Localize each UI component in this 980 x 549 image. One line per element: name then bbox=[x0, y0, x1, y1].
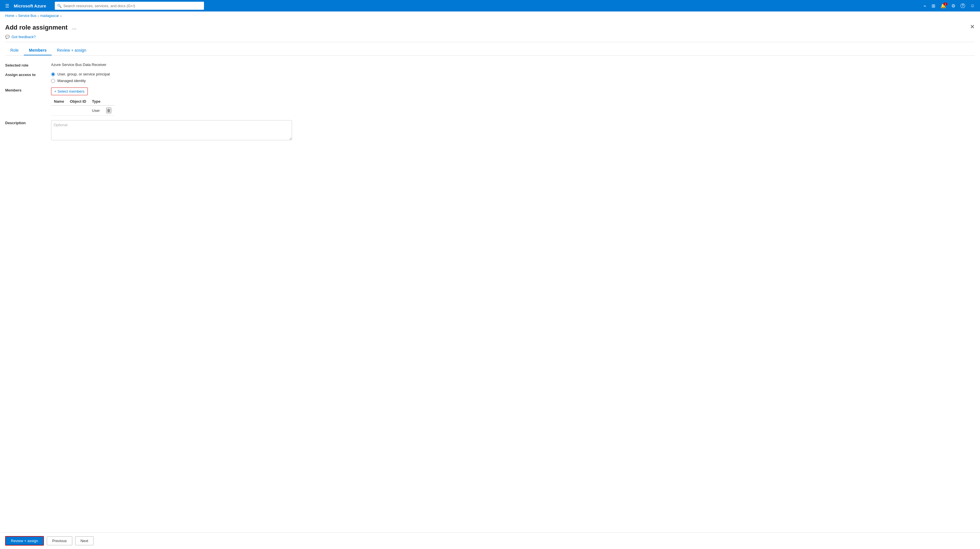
radio-group: User, group, or service principal Manage… bbox=[51, 72, 110, 83]
members-label: Members bbox=[5, 88, 51, 92]
page-title-menu-icon[interactable]: ... bbox=[71, 24, 78, 31]
breadcrumb-home[interactable]: Home bbox=[5, 14, 14, 18]
delete-row-button[interactable]: 🗑 bbox=[106, 108, 111, 113]
selected-role-row: Selected role Azure Service Bus Data Rec… bbox=[5, 62, 975, 67]
form-section: Selected role Azure Service Bus Data Rec… bbox=[5, 62, 975, 140]
search-input[interactable] bbox=[55, 2, 204, 10]
plus-icon: + bbox=[54, 89, 57, 94]
breadcrumb-sep-2 bbox=[38, 13, 39, 18]
topbar: Microsoft Azure 🔍 ⌁ ⊞ 🔔 1 ⚙ ? ☺ bbox=[0, 0, 980, 11]
notifications-button[interactable]: 🔔 1 bbox=[939, 2, 948, 10]
table-row: User 🗑 bbox=[51, 105, 114, 116]
tab-role[interactable]: Role bbox=[5, 46, 24, 56]
radio-usp-label: User, group, or service principal bbox=[57, 72, 110, 76]
members-table-header-row: Name Object ID Type bbox=[51, 97, 114, 105]
cell-type: User bbox=[89, 105, 103, 116]
assign-access-row: Assign access to User, group, or service… bbox=[5, 72, 975, 83]
cell-delete: 🗑 bbox=[103, 105, 114, 116]
help-icon: ? bbox=[961, 3, 965, 8]
select-members-label: Select members bbox=[58, 89, 84, 94]
gear-icon: ⚙ bbox=[951, 3, 955, 9]
feedback-row[interactable]: 💬 Got feedback? bbox=[5, 35, 975, 39]
divider bbox=[5, 42, 975, 42]
hamburger-icon bbox=[5, 3, 9, 9]
radio-mi-label: Managed identity bbox=[57, 79, 86, 83]
radio-user-group[interactable]: User, group, or service principal bbox=[51, 72, 110, 76]
members-table-header: Name Object ID Type bbox=[51, 97, 114, 105]
col-type: Type bbox=[89, 97, 103, 105]
breadcrumb-sep-1 bbox=[16, 13, 17, 18]
cell-name bbox=[51, 105, 67, 116]
breadcrumb-service-bus[interactable]: Service Bus bbox=[18, 14, 37, 18]
search-bar: 🔍 bbox=[55, 2, 204, 10]
tabs: Role Members Review + assign bbox=[5, 46, 975, 56]
hamburger-menu-button[interactable] bbox=[3, 2, 11, 10]
radio-mi-input[interactable] bbox=[51, 79, 55, 83]
tab-members[interactable]: Members bbox=[24, 46, 52, 56]
close-button[interactable]: ✕ bbox=[970, 24, 975, 30]
col-object-id: Object ID bbox=[67, 97, 89, 105]
close-icon: ✕ bbox=[970, 24, 975, 30]
col-actions bbox=[103, 97, 114, 105]
feedback-link[interactable]: Got feedback? bbox=[11, 35, 36, 39]
next-button[interactable]: Next bbox=[75, 536, 94, 545]
cloud-shell-button[interactable]: ⌁ bbox=[922, 2, 928, 10]
previous-button[interactable]: Previous bbox=[47, 536, 72, 545]
help-button[interactable]: ? bbox=[959, 2, 967, 9]
members-table: Name Object ID Type User bbox=[51, 97, 114, 116]
select-members-button[interactable]: + Select members bbox=[51, 88, 88, 95]
trash-icon: 🗑 bbox=[107, 108, 111, 113]
app-logo: Microsoft Azure bbox=[14, 3, 46, 8]
members-section: + Select members Name Object ID Type bbox=[51, 88, 114, 116]
cell-object-id bbox=[67, 105, 89, 116]
notification-badge: 1 bbox=[943, 3, 947, 5]
main-content: Add role assignment ... ✕ 💬 Got feedback… bbox=[0, 20, 980, 532]
breadcrumb: Home Service Bus madagascar bbox=[0, 11, 980, 20]
breadcrumb-madagascar[interactable]: madagascar bbox=[40, 14, 59, 18]
footer-bar: Review + assign Previous Next bbox=[0, 532, 980, 549]
page-title-row: Add role assignment ... ✕ bbox=[5, 24, 975, 31]
feedback-chat-icon: 💬 bbox=[5, 35, 10, 39]
feedback-icon: ☺ bbox=[970, 3, 975, 8]
description-label: Description bbox=[5, 120, 51, 125]
page-title: Add role assignment bbox=[5, 24, 68, 31]
description-row: Description bbox=[5, 120, 975, 140]
feedback-button[interactable]: ☺ bbox=[969, 2, 977, 10]
members-table-body: User 🗑 bbox=[51, 105, 114, 116]
topbar-icons: ⌁ ⊞ 🔔 1 ⚙ ? ☺ bbox=[922, 2, 977, 10]
col-name: Name bbox=[51, 97, 67, 105]
portal-menu-button[interactable]: ⊞ bbox=[930, 2, 937, 10]
radio-usp-input[interactable] bbox=[51, 72, 55, 76]
description-textarea[interactable] bbox=[51, 120, 292, 140]
breadcrumb-sep-3 bbox=[60, 13, 62, 18]
tab-review-assign[interactable]: Review + assign bbox=[52, 46, 91, 56]
search-icon: 🔍 bbox=[57, 4, 62, 8]
portal-menu-icon: ⊞ bbox=[932, 3, 935, 9]
settings-button[interactable]: ⚙ bbox=[950, 2, 957, 10]
cloud-shell-icon: ⌁ bbox=[923, 3, 926, 9]
review-assign-button[interactable]: Review + assign bbox=[5, 536, 44, 546]
members-row: Members + Select members Name Object ID … bbox=[5, 88, 975, 116]
selected-role-value: Azure Service Bus Data Receiver bbox=[51, 62, 107, 67]
radio-managed-identity[interactable]: Managed identity bbox=[51, 79, 110, 83]
assign-access-label: Assign access to bbox=[5, 72, 51, 77]
selected-role-label: Selected role bbox=[5, 62, 51, 67]
